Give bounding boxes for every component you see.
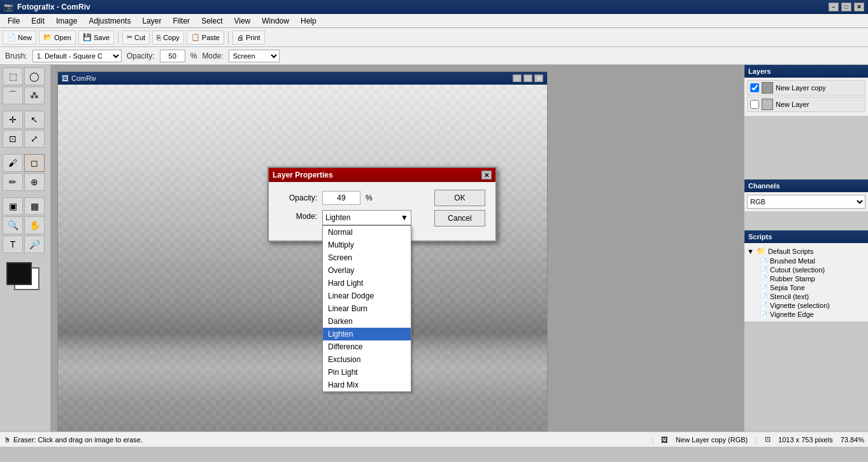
lasso-tool[interactable]: ⌒ bbox=[3, 87, 23, 104]
print-button[interactable]: 🖨 Print bbox=[232, 31, 265, 45]
menu-layer[interactable]: Layer bbox=[137, 15, 166, 27]
pencil-tool[interactable]: ✏ bbox=[3, 173, 23, 191]
layer-1-thumb bbox=[762, 99, 773, 110]
script-label-1: Cutout (selection) bbox=[770, 266, 825, 274]
channels-select[interactable]: RGB bbox=[747, 195, 865, 209]
transparency-checker bbox=[58, 85, 547, 431]
zoom-tool[interactable]: 🔎 bbox=[24, 235, 45, 253]
magic-wand-tool[interactable]: ⁂ bbox=[24, 87, 45, 104]
select-rect-tool[interactable]: ⬚ bbox=[3, 67, 23, 85]
menu-filter[interactable]: Filter bbox=[167, 15, 195, 27]
opacity-input[interactable] bbox=[160, 50, 185, 62]
foreground-color[interactable] bbox=[6, 262, 32, 285]
mode-lighten[interactable]: Lighten bbox=[323, 328, 411, 340]
select-ellipse-tool[interactable]: ◯ bbox=[24, 67, 45, 85]
close-button[interactable]: ✕ bbox=[854, 3, 864, 11]
menu-file[interactable]: File bbox=[3, 15, 25, 27]
script-item-3[interactable]: 📄 Sepia Tone bbox=[747, 283, 865, 292]
opacity-dialog-label: Opacity: bbox=[279, 193, 317, 202]
mode-hard-mix[interactable]: Hard Mix bbox=[323, 379, 411, 391]
menu-image[interactable]: Image bbox=[51, 15, 82, 27]
mode-normal[interactable]: Normal bbox=[323, 226, 411, 239]
cursor-tool[interactable]: ↖ bbox=[24, 111, 45, 129]
mode-select[interactable]: Screen bbox=[229, 50, 280, 62]
mode-exclusion[interactable]: Exclusion bbox=[323, 353, 411, 366]
new-label: New bbox=[18, 34, 32, 41]
cut-button[interactable]: ✂ Cut bbox=[122, 31, 150, 45]
copy-label: Copy bbox=[163, 34, 180, 41]
mode-dialog-select[interactable]: Lighten ▼ bbox=[322, 210, 411, 225]
open-button[interactable]: 📂 Open bbox=[39, 31, 76, 45]
dialog-title: Layer Properties bbox=[273, 171, 333, 179]
tool-row-3: ✛ ↖ bbox=[3, 111, 48, 129]
menu-edit[interactable]: Edit bbox=[26, 15, 50, 27]
color-preview[interactable] bbox=[6, 262, 45, 294]
opacity-label: Opacity: bbox=[127, 52, 155, 60]
layer-0-visibility[interactable] bbox=[750, 83, 759, 92]
doc-close[interactable]: ✕ bbox=[534, 74, 543, 82]
mode-linear-burn[interactable]: Linear Burn bbox=[323, 302, 411, 315]
mode-overlay[interactable]: Overlay bbox=[323, 264, 411, 277]
fill-tool[interactable]: ▣ bbox=[3, 197, 23, 215]
script-item-5[interactable]: 📄 Vignette (selection) bbox=[747, 301, 865, 310]
hand-tool[interactable]: ✋ bbox=[24, 216, 45, 234]
title-bar-controls[interactable]: − □ ✕ bbox=[829, 3, 864, 11]
script-item-4[interactable]: 📄 Stencil (text) bbox=[747, 292, 865, 301]
script-item-6[interactable]: 📄 Vignette Edge bbox=[747, 310, 865, 319]
clone-tool[interactable]: ⊕ bbox=[24, 173, 45, 191]
mode-hard-light[interactable]: Hard Light bbox=[323, 277, 411, 290]
script-label-3: Sepia Tone bbox=[770, 284, 805, 291]
mode-multiply[interactable]: Multiply bbox=[323, 239, 411, 251]
save-button[interactable]: 💾 Save bbox=[78, 31, 114, 45]
layer-item-1[interactable]: New Layer bbox=[747, 97, 865, 112]
eyedropper-tool[interactable]: 🔍 bbox=[3, 216, 23, 234]
script-item-0[interactable]: 📄 Brushed Metal bbox=[747, 256, 865, 265]
mode-linear-dodge[interactable]: Linear Dodge bbox=[323, 290, 411, 302]
ok-button[interactable]: OK bbox=[434, 190, 485, 206]
opacity-dialog-input[interactable] bbox=[322, 191, 360, 205]
menu-select[interactable]: Select bbox=[196, 15, 227, 27]
layer-1-visibility[interactable] bbox=[750, 100, 759, 109]
mode-darken[interactable]: Darken bbox=[323, 315, 411, 328]
toolbox: ⬚ ◯ ⌒ ⁂ ✛ ↖ ⊡ ⤢ 🖌 ◻ ✏ ⊕ ▣ ▦ 🔍 bbox=[0, 65, 51, 431]
mode-pin-light[interactable]: Pin Light bbox=[323, 366, 411, 379]
menu-window[interactable]: Window bbox=[257, 15, 294, 27]
cancel-button[interactable]: Cancel bbox=[434, 210, 485, 227]
layer-properties-dialog: Layer Properties ✕ Opacity: % Mode: bbox=[267, 167, 497, 242]
gradient-tool[interactable]: ▦ bbox=[24, 197, 45, 215]
menu-adjustments[interactable]: Adjustments bbox=[83, 15, 136, 27]
crop-tool[interactable]: ⊡ bbox=[3, 130, 23, 148]
status-layer-text: New Layer copy (RGB) bbox=[676, 436, 748, 444]
new-button[interactable]: 📄 New bbox=[3, 31, 36, 45]
copy-button[interactable]: ⎘ Copy bbox=[152, 31, 184, 45]
menu-view[interactable]: View bbox=[229, 15, 255, 27]
doc-minimize[interactable]: − bbox=[513, 74, 522, 82]
maximize-button[interactable]: □ bbox=[841, 3, 851, 11]
script-item-2[interactable]: 📄 Rubber Stamp bbox=[747, 274, 865, 283]
script-icon-5: 📄 bbox=[760, 302, 767, 309]
toolbar-separator-1 bbox=[118, 31, 118, 44]
brush-select[interactable]: 1. Default - Square C bbox=[32, 50, 122, 62]
minimize-button[interactable]: − bbox=[829, 3, 839, 11]
image-content bbox=[58, 85, 547, 431]
brush-tool[interactable]: 🖌 bbox=[3, 154, 23, 172]
menu-help[interactable]: Help bbox=[295, 15, 322, 27]
move-tool[interactable]: ✛ bbox=[3, 111, 23, 129]
text-tool[interactable]: T bbox=[3, 235, 23, 253]
mode-screen[interactable]: Screen bbox=[323, 251, 411, 264]
scripts-group-default[interactable]: ▼ 📁 Default Scripts bbox=[747, 246, 865, 256]
mode-difference[interactable]: Difference bbox=[323, 340, 411, 353]
eraser-tool[interactable]: ◻ bbox=[24, 154, 45, 172]
mode-select-wrapper: Lighten ▼ Normal Multiply Screen Overlay bbox=[322, 210, 429, 225]
paste-button[interactable]: 📋 Paste bbox=[187, 31, 224, 45]
document-controls[interactable]: − □ ✕ bbox=[513, 74, 543, 82]
layer-item-0[interactable]: New Layer copy bbox=[747, 80, 865, 95]
script-item-1[interactable]: 📄 Cutout (selection) bbox=[747, 265, 865, 274]
dialog-close-button[interactable]: ✕ bbox=[481, 171, 492, 179]
mode-dialog-value: Lighten bbox=[325, 213, 350, 222]
scripts-header: Scripts bbox=[744, 230, 868, 243]
status-bar: 🖱 Eraser: Click and drag on image to era… bbox=[0, 431, 868, 447]
doc-maximize[interactable]: □ bbox=[523, 74, 532, 82]
transform-tool[interactable]: ⤢ bbox=[24, 130, 45, 148]
print-label: Print bbox=[246, 34, 260, 41]
